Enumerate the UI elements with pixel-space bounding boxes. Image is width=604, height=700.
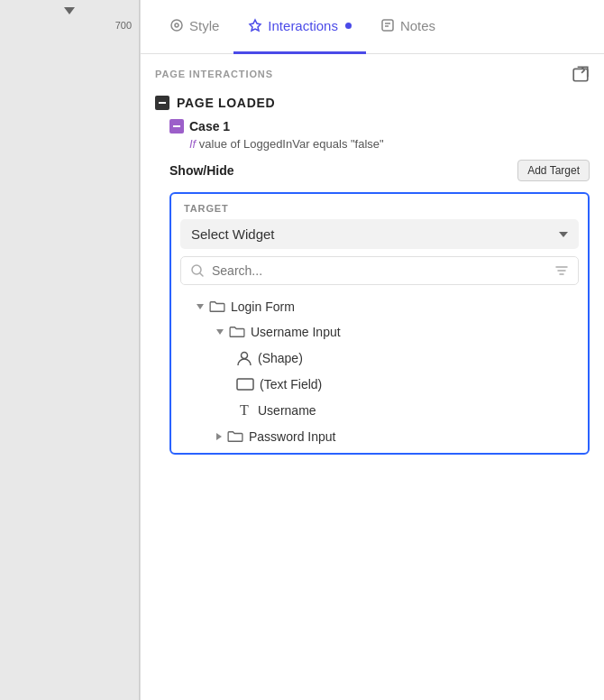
condition-text: value of LoggedInVar equals "false" xyxy=(196,137,383,151)
tree-item-password-input-label: Password Input xyxy=(249,429,336,444)
action-row: Show/Hide Add Target xyxy=(169,156,590,185)
tree-item-text-field[interactable]: (Text Field) xyxy=(171,372,588,397)
svg-point-0 xyxy=(171,20,182,31)
search-bar xyxy=(180,256,579,285)
tree-item-password-input[interactable]: Password Input xyxy=(171,424,588,449)
tree-item-login-form[interactable]: Login Form xyxy=(171,294,588,319)
page-loaded-label: PAGE LOADED xyxy=(177,96,275,110)
ruler-arrow xyxy=(64,7,75,14)
add-target-button[interactable]: Add Target xyxy=(517,160,590,181)
ruler-number: 700 xyxy=(115,20,132,31)
case-label: Case 1 xyxy=(189,119,230,134)
chevron-down-icon xyxy=(559,232,568,237)
tab-bar: Style Interactions Notes xyxy=(141,0,604,54)
case-collapse-btn[interactable] xyxy=(169,119,184,134)
svg-point-5 xyxy=(242,353,248,359)
tab-style-label: Style xyxy=(189,18,219,33)
tab-interactions-label: Interactions xyxy=(268,18,338,33)
tree-item-shape-label: (Shape) xyxy=(258,351,303,365)
text-field-icon xyxy=(236,378,254,391)
text-type-icon: T xyxy=(236,402,252,419)
tree-area: Login Form Username Input xyxy=(171,290,588,453)
tree-item-login-form-label: Login Form xyxy=(231,299,295,314)
export-icon[interactable] xyxy=(572,65,590,83)
interactions-icon xyxy=(248,18,262,32)
case-block: Case 1 If value of LoggedInVar equals "f… xyxy=(141,115,604,458)
folder-icon xyxy=(229,326,245,338)
case-condition: If value of LoggedInVar equals "false" xyxy=(169,137,590,151)
filter-icon[interactable] xyxy=(554,263,569,278)
tree-item-shape[interactable]: (Shape) xyxy=(171,345,588,372)
folder-icon xyxy=(227,430,243,443)
select-widget-dropdown[interactable]: Select Widget xyxy=(180,219,579,249)
dropdown-panel: TARGET Select Widget xyxy=(169,192,590,455)
expand-password-input-icon xyxy=(216,433,222,440)
target-section-label: TARGET xyxy=(171,194,588,219)
tab-interactions[interactable]: Interactions xyxy=(233,0,366,54)
interactions-dot xyxy=(345,23,352,29)
notes-icon xyxy=(380,18,395,32)
tree-item-username-input[interactable]: Username Input xyxy=(171,319,588,345)
tab-style[interactable]: Style xyxy=(155,0,233,54)
svg-rect-2 xyxy=(382,20,393,31)
svg-rect-6 xyxy=(237,379,253,390)
page-loaded-row: PAGE LOADED xyxy=(141,90,604,115)
style-icon xyxy=(169,18,184,32)
action-label: Show/Hide xyxy=(169,163,234,178)
main-panel: Style Interactions Notes PAGE INTERACTIO… xyxy=(140,0,604,700)
svg-point-1 xyxy=(175,23,178,27)
case-header: Case 1 xyxy=(169,119,590,134)
tab-notes[interactable]: Notes xyxy=(366,0,450,54)
tree-item-username-input-label: Username Input xyxy=(251,325,341,339)
page-loaded-collapse-btn[interactable] xyxy=(155,96,169,110)
search-icon xyxy=(190,263,205,278)
tree-item-username-label: Username xyxy=(258,403,316,418)
left-ruler: 700 xyxy=(0,0,140,700)
tree-item-text-field-label: (Text Field) xyxy=(260,377,322,391)
expand-username-input-icon xyxy=(216,329,224,335)
tab-notes-label: Notes xyxy=(400,18,435,33)
person-shape-icon xyxy=(236,350,252,366)
svg-rect-3 xyxy=(573,69,588,80)
content-area: PAGE INTERACTIONS PAGE LOADED Case 1 If … xyxy=(141,54,604,700)
search-input[interactable] xyxy=(212,263,547,278)
section-header: PAGE INTERACTIONS xyxy=(141,54,604,90)
section-title: PAGE INTERACTIONS xyxy=(155,69,273,79)
select-widget-label: Select Widget xyxy=(191,226,275,242)
tree-item-username[interactable]: T Username xyxy=(171,397,588,424)
expand-login-form-icon xyxy=(197,304,204,309)
folder-icon xyxy=(209,300,225,313)
